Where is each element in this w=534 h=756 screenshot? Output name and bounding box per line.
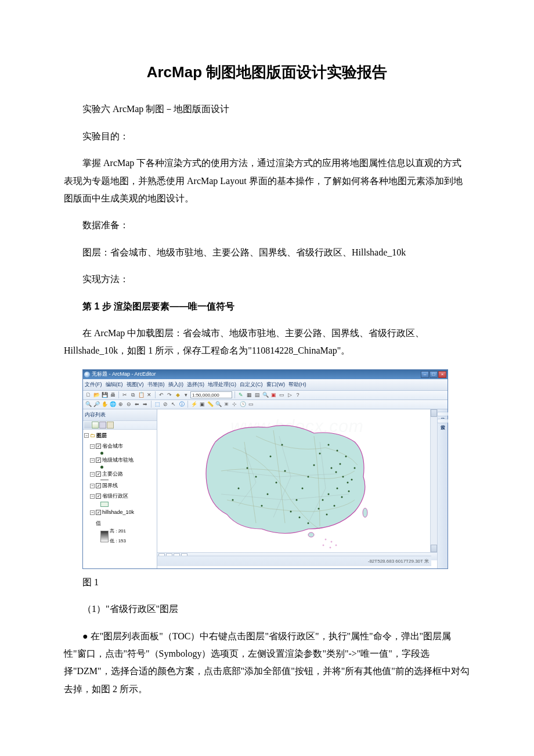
find-icon[interactable]: 🔍 (215, 401, 222, 408)
layer-checkbox[interactable]: ✓ (96, 444, 101, 449)
fixed-zoom-out-icon[interactable]: ⊖ (125, 401, 132, 408)
layer-provincial-capitals[interactable]: 省会城市 (102, 441, 123, 451)
menu-bookmark[interactable]: 书签(B) (147, 380, 165, 390)
measure-icon[interactable]: 📏 (207, 401, 214, 408)
menu-customize[interactable]: 自定义(C) (240, 380, 263, 390)
expand-icon[interactable]: − (84, 433, 89, 438)
close-button[interactable]: × (438, 371, 446, 378)
layer-checkbox[interactable]: ✓ (96, 483, 101, 488)
layer-prefecture-cities[interactable]: 地级城市驻地 (102, 455, 134, 465)
layer-checkbox[interactable]: ✓ (96, 494, 101, 499)
redo-icon[interactable]: ↷ (166, 391, 173, 398)
list-by-selection-icon[interactable] (107, 422, 114, 429)
modelbuilder-icon[interactable]: ▷ (286, 391, 293, 398)
separator-icon (234, 391, 235, 398)
menu-geoprocess[interactable]: 地理处理(G) (208, 380, 236, 390)
catalog-tab[interactable]: 目录 (437, 412, 448, 416)
expand-icon[interactable]: − (90, 444, 95, 449)
scale-input[interactable]: 1:50,000,000 (190, 391, 232, 398)
arctoolbox-icon[interactable]: ▣ (270, 391, 277, 398)
identify-icon[interactable]: ⓘ (178, 401, 185, 408)
viewer-icon[interactable]: ▭ (247, 401, 254, 408)
list-by-visibility-icon[interactable] (99, 422, 106, 429)
substep-1-heading: （1）"省级行政区"图层 (64, 600, 470, 618)
layer-provinces[interactable]: 省级行政区 (102, 491, 128, 501)
layer-checkbox[interactable]: ✓ (96, 510, 101, 515)
catalog-icon[interactable]: ▤ (254, 391, 261, 398)
menu-view[interactable]: 视图(V) (127, 380, 144, 390)
paste-icon[interactable]: 📋 (138, 391, 145, 398)
layer-main-roads[interactable]: 主要公路 (102, 469, 123, 479)
point-symbol-icon (100, 466, 103, 469)
expand-icon[interactable]: − (90, 484, 95, 488)
time-slider-icon[interactable]: 🕓 (239, 401, 246, 408)
svg-point-22 (345, 455, 347, 457)
add-data-icon[interactable]: ◆ (174, 391, 181, 398)
svg-point-13 (328, 493, 330, 495)
svg-point-12 (337, 487, 338, 489)
maximize-button[interactable]: □ (430, 371, 438, 378)
editor-toolbar-icon[interactable]: ✎ (237, 391, 244, 398)
delete-icon[interactable]: ✕ (146, 391, 153, 398)
step1-body: 在 ArcMap 中加载图层：省会城市、地级市驻地、主要公路、国界线、省级行政区… (64, 325, 470, 360)
svg-point-11 (347, 481, 349, 483)
layer-checkbox[interactable]: ✓ (96, 471, 101, 477)
list-by-source-icon[interactable] (92, 422, 99, 429)
help-icon[interactable]: ? (294, 391, 301, 398)
svg-point-25 (319, 452, 321, 454)
copy-icon[interactable]: ⧉ (129, 391, 136, 398)
svg-point-3 (331, 541, 332, 542)
menu-help[interactable]: 帮助(H) (288, 380, 306, 390)
hyperlink-icon[interactable]: ⚡ (190, 401, 197, 408)
layer-hillshade[interactable]: hillshade_10k (102, 507, 134, 517)
dropdown-icon[interactable]: ▾ (182, 391, 189, 398)
separator-icon (151, 401, 151, 408)
figure-1-screenshot: 无标题 - ArcMap - ArcEditor – □ × 文件(F) 编辑(… (82, 369, 448, 569)
menu-window[interactable]: 窗口(W) (266, 380, 286, 390)
go-to-xy-icon[interactable]: ⊹ (231, 401, 238, 408)
menu-insert[interactable]: 插入(I) (168, 380, 184, 390)
find-route-icon[interactable]: ⛯ (223, 401, 230, 408)
new-icon[interactable]: 🗋 (85, 391, 92, 398)
pan-icon[interactable]: ✋ (101, 401, 108, 408)
print-icon[interactable]: 🖶 (109, 391, 116, 398)
back-icon[interactable]: ⬅ (134, 401, 140, 408)
svg-point-36 (261, 505, 263, 506)
search-tab[interactable]: 搜索 (437, 419, 448, 423)
expand-icon[interactable]: − (90, 472, 95, 477)
cut-icon[interactable]: ✂ (121, 391, 128, 398)
expand-icon[interactable]: − (90, 458, 95, 463)
map-view[interactable]: www.bdocx.com (157, 409, 437, 568)
svg-point-33 (284, 470, 286, 471)
menu-edit[interactable]: 编辑(E) (106, 380, 123, 390)
svg-point-5 (330, 547, 331, 548)
minimize-button[interactable]: – (421, 371, 429, 378)
list-by-drawing-icon[interactable] (84, 422, 91, 429)
zoom-in-icon[interactable]: 🔍 (85, 401, 92, 408)
open-icon[interactable]: 📂 (93, 391, 100, 398)
separator-icon (118, 391, 119, 398)
menu-file[interactable]: 文件(F) (85, 380, 102, 390)
menu-select[interactable]: 选择(S) (187, 380, 204, 390)
expand-icon[interactable]: − (90, 494, 95, 499)
search-icon[interactable]: 🔍 (262, 391, 269, 398)
root-layers-label[interactable]: 图层 (96, 431, 107, 441)
python-icon[interactable]: ▭ (278, 391, 285, 398)
select-features-icon[interactable]: ⬚ (154, 401, 161, 408)
expand-icon[interactable]: − (90, 510, 95, 515)
layer-checkbox[interactable]: ✓ (96, 458, 101, 463)
html-popup-icon[interactable]: ▣ (199, 401, 205, 408)
table-icon[interactable]: ▦ (246, 391, 252, 398)
select-elements-icon[interactable]: ↖ (170, 401, 177, 408)
undo-icon[interactable]: ↶ (158, 391, 165, 398)
vertical-scrollbar[interactable] (430, 409, 437, 552)
forward-icon[interactable]: ➡ (142, 401, 149, 408)
fixed-zoom-in-icon[interactable]: ⊕ (117, 401, 124, 408)
svg-point-0 (363, 508, 367, 517)
save-icon[interactable]: 💾 (101, 391, 108, 398)
clear-selection-icon[interactable]: ⊘ (162, 401, 169, 408)
zoom-out-icon[interactable]: 🔎 (93, 401, 100, 408)
full-extent-icon[interactable]: 🌐 (109, 401, 116, 408)
svg-point-40 (232, 499, 234, 501)
layer-national-border[interactable]: 国界线 (102, 481, 118, 491)
